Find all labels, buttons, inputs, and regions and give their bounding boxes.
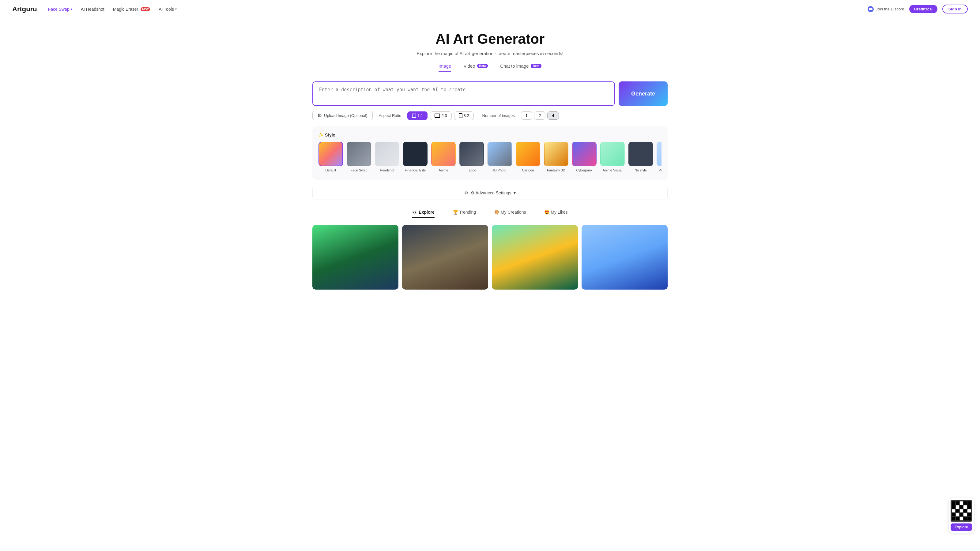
tab-video[interactable]: Video Beta xyxy=(463,64,488,71)
style-thumb xyxy=(600,142,625,166)
nav-item-aitools[interactable]: AI Tools ▾ xyxy=(159,7,177,12)
tab-trending[interactable]: 🏆 Trending xyxy=(453,210,476,218)
gear-icon: ⚙ xyxy=(464,191,468,195)
page-title: AI Art Generator xyxy=(312,30,668,47)
style-label: ID Photo xyxy=(493,168,506,172)
style-label: Fantasty 3D xyxy=(547,168,565,172)
gallery-item[interactable] xyxy=(312,225,398,290)
style-thumb xyxy=(460,142,484,166)
num-1[interactable]: 1 xyxy=(521,111,532,120)
style-section: ✨ Style Default Face Swap Headshot Finan… xyxy=(312,126,668,180)
style-label: Cartoon xyxy=(522,168,534,172)
nav-item-faceswap[interactable]: Face Swap ▾ xyxy=(48,7,72,12)
style-item[interactable]: Headshot xyxy=(375,142,399,172)
gallery-item[interactable] xyxy=(402,225,488,290)
aspect-ratio-options: 1:1 2:3 3:2 xyxy=(407,111,474,120)
style-thumb xyxy=(628,142,653,166)
new-badge: NEW xyxy=(140,7,150,11)
nav-right: Join the Discord Credits: 8 Sign In xyxy=(868,5,968,13)
style-thumb xyxy=(431,142,456,166)
generate-button[interactable]: Generate xyxy=(619,81,668,106)
tab-my-creations[interactable]: 🎨 My Creations xyxy=(494,210,526,218)
style-scroll: Default Face Swap Headshot Financial Eli… xyxy=(318,142,662,173)
num-image-options: 1 2 4 xyxy=(521,111,559,120)
navbar: Artguru Face Swap ▾ AI Headshot Magic Er… xyxy=(0,0,980,18)
style-thumb xyxy=(375,142,399,166)
discord-icon xyxy=(868,6,874,12)
style-item[interactable]: Portrait Of Art xyxy=(657,142,662,172)
style-thumb xyxy=(318,142,343,166)
aspect-1-1[interactable]: 1:1 xyxy=(407,111,428,120)
square-icon xyxy=(412,114,416,118)
gallery-item[interactable] xyxy=(582,225,668,290)
style-item[interactable]: Anime Visual xyxy=(600,142,625,172)
chevron-down-icon-advanced: ▾ xyxy=(514,191,516,195)
style-label: Default xyxy=(326,168,336,172)
aspect-2-3[interactable]: 2:3 xyxy=(430,111,452,120)
options-row: 🖼 Upload Image (Optional) Aspect Ratio 1… xyxy=(312,111,668,120)
landscape-icon xyxy=(434,114,440,118)
style-label: Financial Elite xyxy=(405,168,426,172)
style-item[interactable]: Fantasty 3D xyxy=(544,142,568,172)
tab-chat-to-image[interactable]: Chat to image Beta xyxy=(500,64,541,71)
nav-item-magiceraser[interactable]: Magic Eraser NEW xyxy=(113,7,150,12)
portrait-icon xyxy=(459,113,463,118)
style-thumb xyxy=(403,142,428,166)
gallery-item[interactable] xyxy=(492,225,578,290)
upload-icon: 🖼 xyxy=(318,113,321,118)
style-thumb xyxy=(516,142,540,166)
style-thumb xyxy=(544,142,568,166)
style-thumb xyxy=(488,142,512,166)
signin-button[interactable]: Sign In xyxy=(942,5,968,13)
logo: Artguru xyxy=(12,5,37,13)
gallery xyxy=(312,225,668,290)
prompt-input[interactable] xyxy=(312,81,615,106)
style-label: Headshot xyxy=(380,168,394,172)
style-label: Face Swap xyxy=(350,168,367,172)
num-2[interactable]: 2 xyxy=(534,111,546,120)
hero-section: AI Art Generator Explore the magic of AI… xyxy=(312,30,668,71)
nav-links: Face Swap ▾ AI Headshot Magic Eraser NEW… xyxy=(48,7,868,12)
chevron-down-icon: ▾ xyxy=(71,7,72,11)
upload-image-button[interactable]: 🖼 Upload Image (Optional) xyxy=(312,111,373,120)
style-item[interactable]: Tattoo xyxy=(460,142,484,172)
style-header: ✨ Style xyxy=(318,133,662,137)
style-item[interactable]: Financial Elite xyxy=(403,142,428,172)
chat-beta-badge: Beta xyxy=(531,64,542,68)
style-label: Tattoo xyxy=(467,168,476,172)
style-label: No style xyxy=(635,168,647,172)
main-content: AI Art Generator Explore the magic of AI… xyxy=(306,18,674,308)
mode-tabs: Image Video Beta Chat to image Beta xyxy=(312,64,668,71)
style-label: Portrait Of Art xyxy=(659,168,662,172)
tab-image[interactable]: Image xyxy=(439,64,452,71)
hero-subtitle: Explore the magic of AI art generation -… xyxy=(312,51,668,56)
chevron-down-icon-2: ▾ xyxy=(175,7,177,11)
style-label: Cyberpunk xyxy=(576,168,592,172)
style-item[interactable]: Cyberpunk xyxy=(572,142,597,172)
style-thumb xyxy=(572,142,597,166)
nav-item-headshot[interactable]: AI Headshot xyxy=(81,7,105,12)
tab-explore[interactable]: 👀 Explore xyxy=(412,210,434,218)
style-item[interactable]: No style xyxy=(628,142,653,172)
explore-tabs: 👀 Explore 🏆 Trending 🎨 My Creations 😍 My… xyxy=(312,210,668,218)
discord-link[interactable]: Join the Discord xyxy=(868,6,904,12)
style-item[interactable]: Face Swap xyxy=(347,142,371,172)
discord-label: Join the Discord xyxy=(875,7,904,11)
tab-my-likes[interactable]: 😍 My Likes xyxy=(544,210,568,218)
aspect-ratio-label: Aspect Ratio xyxy=(379,113,401,118)
num-images-label: Number of images xyxy=(482,113,515,118)
style-item[interactable]: Anime xyxy=(431,142,456,172)
style-label: Anime Visual xyxy=(603,168,622,172)
style-item[interactable]: ID Photo xyxy=(488,142,512,172)
aspect-3-2[interactable]: 3:2 xyxy=(454,111,474,120)
style-item[interactable]: Cartoon xyxy=(516,142,540,172)
credits-button[interactable]: Credits: 8 xyxy=(909,5,937,13)
prompt-row: Generate xyxy=(312,81,668,106)
style-item[interactable]: Default xyxy=(318,142,343,172)
style-thumb xyxy=(347,142,371,166)
num-4[interactable]: 4 xyxy=(547,111,558,120)
advanced-settings[interactable]: ⚙ ⚙ Advanced Settings ▾ xyxy=(312,186,668,200)
style-label: Anime xyxy=(439,168,448,172)
style-thumb xyxy=(657,142,662,166)
video-beta-badge: Beta xyxy=(477,64,488,68)
